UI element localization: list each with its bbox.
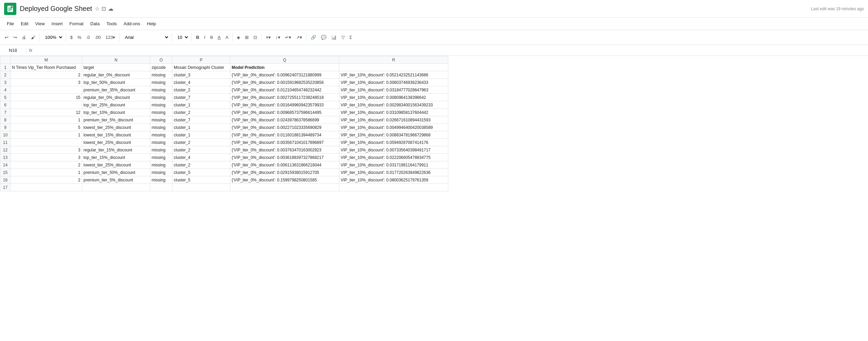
col-header-m[interactable]: M — [11, 56, 82, 64]
cell-q-1[interactable]: {'VIP_tier_0%_discount': 0.0096240731218… — [230, 71, 339, 79]
cell-p-6[interactable]: cluster_2 — [172, 109, 230, 116]
menu-insert[interactable]: Insert — [49, 20, 65, 28]
cell-q-7[interactable]: {'VIP_tier_0%_discount': 0.0243978637858… — [230, 116, 339, 124]
align-button[interactable]: ≡▾ — [264, 33, 273, 41]
row-header-6[interactable]: 6 — [0, 101, 11, 109]
cell-m-14[interactable]: 1 — [11, 169, 82, 176]
cell-p-9[interactable]: cluster_1 — [172, 131, 230, 139]
cell-o-8[interactable]: missing — [150, 124, 172, 131]
cell-m-8[interactable]: 5 — [11, 124, 82, 131]
cell-n-7[interactable]: premium_tier_5%_discount — [82, 116, 150, 124]
cell-n-14[interactable]: premium_tier_50%_discount — [82, 169, 150, 176]
cell-n-9[interactable]: lowest_tier_15%_discount — [82, 131, 150, 139]
font-size-select[interactable]: 10 11 12 14 — [174, 33, 189, 41]
formula-button[interactable]: Σ — [347, 33, 354, 41]
menu-view[interactable]: View — [32, 20, 47, 28]
cell-n-2[interactable]: top_tier_50%_discount — [82, 79, 150, 86]
cell-n-1[interactable]: regular_tier_0%_discount — [82, 71, 150, 79]
bold-button[interactable]: B — [194, 33, 201, 41]
cell-p-5[interactable]: cluster_1 — [172, 101, 230, 109]
cell-q-3[interactable]: {'VIP_tier_0%_discount': 0.0121046547482… — [230, 86, 339, 94]
cell-m-4[interactable]: 15 — [11, 94, 82, 101]
redo-button[interactable]: ↪ — [11, 33, 19, 41]
cell-r-11[interactable]: VIP_tier_10%_discount': 0.00733564039849… — [339, 146, 448, 154]
cell-p-7[interactable]: cluster_7 — [172, 116, 230, 124]
underline-button[interactable]: A — [216, 33, 223, 41]
cell-q-5[interactable]: {'VIP_tier_0%_discount': 0.0016499609423… — [230, 101, 339, 109]
cell-q-8[interactable]: {'VIP_tier_0%_discount': 0.0022710233356… — [230, 124, 339, 131]
cell-n-5[interactable]: top_tier_25%_discount — [82, 101, 150, 109]
cell-p-13[interactable]: cluster_2 — [172, 161, 230, 169]
cell-n-3[interactable]: premium_tier_35%_discount — [82, 86, 150, 94]
link-button[interactable]: 🔗 — [309, 33, 318, 41]
cell-n-10[interactable]: lowest_tier_25%_discount — [82, 139, 150, 146]
cell-m-11[interactable]: 3 — [11, 146, 82, 154]
menu-tools[interactable]: Tools — [104, 20, 119, 28]
cell-o-6[interactable]: missing — [150, 109, 172, 116]
folder-icon[interactable]: ⊡ — [102, 5, 106, 12]
cell-r-16[interactable] — [339, 184, 448, 191]
cell-o-15[interactable]: missing — [150, 176, 172, 184]
cell-o-3[interactable]: missing — [150, 86, 172, 94]
cell-n-13[interactable]: lowest_tier_25%_discount — [82, 161, 150, 169]
cell-p-15[interactable]: cluster_5 — [172, 176, 230, 184]
cell-o-11[interactable]: missing — [150, 146, 172, 154]
row-header-1[interactable]: 1 — [0, 64, 11, 71]
cell-q-2[interactable]: {'VIP_tier_0%_discount': 0.0015919682535… — [230, 79, 339, 86]
row-header-2[interactable]: 2 — [0, 71, 11, 79]
cell-q-6[interactable]: {'VIP_tier_0%_discount': 0.0096857375966… — [230, 109, 339, 116]
undo-button[interactable]: ↩ — [3, 33, 11, 41]
comment-button[interactable]: 💬 — [319, 33, 328, 41]
inc-places-button[interactable]: .00 — [93, 33, 103, 41]
cell-n-6[interactable]: top_tier_10%_discount — [82, 109, 150, 116]
filter-button[interactable]: ▽ — [339, 33, 347, 41]
cell-o-13[interactable]: missing — [150, 161, 172, 169]
menu-file[interactable]: File — [4, 20, 17, 28]
cell-r-3[interactable]: VIP_tier_10%_discount': 0.03184777028647… — [339, 86, 448, 94]
cell-q-16[interactable] — [230, 184, 339, 191]
cell-o-10[interactable]: missing — [150, 139, 172, 146]
cell-q-10[interactable]: {'VIP_tier_0%_discount': 0.0035671041017… — [230, 139, 339, 146]
cell-p-12[interactable]: cluster_4 — [172, 154, 230, 161]
cell-o-2[interactable]: missing — [150, 79, 172, 86]
cell-p-10[interactable]: cluster_2 — [172, 139, 230, 146]
cell-m-15[interactable]: 2 — [11, 176, 82, 184]
cell-p-1[interactable]: cluster_3 — [172, 71, 230, 79]
cell-p-0[interactable]: Mosaic Demographi Cluster — [172, 64, 230, 71]
row-header-9[interactable]: 9 — [0, 124, 11, 131]
cell-o-9[interactable]: missing — [150, 131, 172, 139]
cell-r-2[interactable]: VIP_tier_10%_discount': 0.00603746936236… — [339, 79, 448, 86]
cell-r-15[interactable]: VIP_tier_10%_discount': 0.08003625179761… — [339, 176, 448, 184]
menu-help[interactable]: Help — [144, 20, 159, 28]
cell-o-1[interactable]: missing — [150, 71, 172, 79]
cell-q-14[interactable]: {'VIP_tier_0%_discount': 0.029159380159​… — [230, 169, 339, 176]
row-header-3[interactable]: 3 — [0, 79, 11, 86]
cell-o-4[interactable]: missing — [150, 94, 172, 101]
cell-r-4[interactable]: VIP_tier_10%_discount': 0.00809641383986… — [339, 94, 448, 101]
cell-q-4[interactable]: {'VIP_tier_0%_discount': 0.0027255117238… — [230, 94, 339, 101]
zoom-select[interactable]: 100% 75% 50% 125% 150% — [42, 33, 64, 41]
row-header-14[interactable]: 14 — [0, 161, 11, 169]
cell-n-15[interactable]: premium_tier_5%_discount — [82, 176, 150, 184]
cell-m-3[interactable] — [11, 86, 82, 94]
cell-r-5[interactable]: VIP_tier_10%_discount': 0.00298340015634… — [339, 101, 448, 109]
cell-n-11[interactable]: regular_tier_15%_discount — [82, 146, 150, 154]
cell-m-9[interactable]: 1 — [11, 131, 82, 139]
chart-button[interactable]: 📊 — [329, 33, 339, 41]
cell-m-0[interactable]: N Times Vip_Tier Room Purchased — [11, 64, 82, 71]
cell-r-6[interactable]: VIP_tier_10%_discount': 0.03109858137604… — [339, 109, 448, 116]
cell-r-1[interactable]: VIP_tier_10%_discount': 0.05214232521143… — [339, 71, 448, 79]
more-formats-button[interactable]: 123▾ — [104, 33, 118, 41]
cell-q-13[interactable]: {'VIP_tier_0%_discount': 0.0061136318662… — [230, 161, 339, 169]
cell-m-7[interactable]: 1 — [11, 116, 82, 124]
cell-n-16[interactable] — [82, 184, 150, 191]
fill-color-button[interactable]: ◈ — [235, 33, 242, 41]
cell-m-16[interactable] — [11, 184, 82, 191]
cell-o-12[interactable]: missing — [150, 154, 172, 161]
cell-q-15[interactable]: {'VIP_tier_0%_discount': 0.1589798250801… — [230, 176, 339, 184]
row-header-8[interactable]: 8 — [0, 116, 11, 124]
cell-r-9[interactable]: VIP_tier_10%_discount': 0.00883478196672… — [339, 131, 448, 139]
cell-p-14[interactable]: cluster_5 — [172, 169, 230, 176]
borders-button[interactable]: ⊞ — [243, 33, 251, 41]
cell-m-12[interactable]: 3 — [11, 154, 82, 161]
